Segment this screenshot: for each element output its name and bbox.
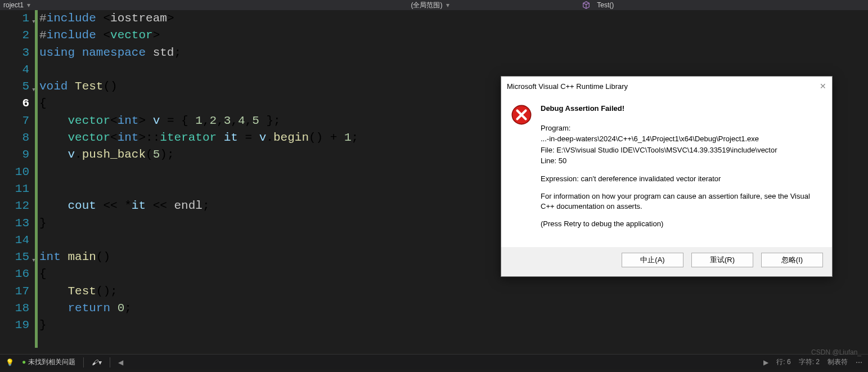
symbol-dropdown[interactable]: Test() [597,1,614,9]
line-number: 5 [0,78,29,95]
fold-icon[interactable]: ▾ [32,82,36,98]
line-number: 1 [0,10,29,27]
runtime-error-dialog: Microsoft Visual C++ Runtime Library ✕ D… [501,76,833,277]
line-number: 3 [0,44,29,61]
watermark: CSDN @Liufan_ [811,348,861,356]
more-icon[interactable]: ⋯ [856,358,862,366]
check-icon: ● [22,358,26,366]
retry-button[interactable]: 重试(R) [691,253,753,267]
cursor-line: 行: 6 [776,357,790,367]
line-number: 11 [0,181,29,198]
scope-dropdown[interactable]: (全局范围) [411,1,443,10]
line-number: 2 [0,27,29,44]
chevron-down-icon[interactable]: ▾ [27,1,30,9]
change-indicator [35,10,39,348]
line-number: 17 [0,283,29,300]
line-number: 13 [0,215,29,232]
issues-status[interactable]: 未找到相关问题 [28,358,75,366]
scroll-right-icon[interactable]: ▶ [763,358,768,366]
line-number: 18 [0,300,29,317]
line-number: 10 [0,164,29,181]
abort-button[interactable]: 中止(A) [622,253,683,267]
close-icon[interactable]: ✕ [820,82,826,91]
fold-icon[interactable]: ▾ [32,252,36,269]
fold-icon[interactable]: ▾ [32,14,36,30]
code-line[interactable]: using namespace std; [39,44,868,61]
line-number: 16 [0,266,29,283]
line-number: 14 [0,232,29,249]
indent-mode[interactable]: 制表符 [827,357,848,367]
lightbulb-icon[interactable]: 💡 [6,358,14,366]
code-line[interactable]: #include <vector> [39,27,868,44]
separator [83,357,84,367]
dialog-titlebar[interactable]: Microsoft Visual C++ Runtime Library ✕ [501,77,832,96]
line-number-gutter: 12345678910111213141516171819 [0,10,35,348]
method-icon [582,1,590,9]
status-bar: 💡 ● 未找到相关问题 🖌▾ ◀ ▶ 行: 6 字符: 2 制表符 ⋯ [0,354,868,370]
line-number: 9 [0,146,29,163]
scope-bar: roject1 ▾ (全局范围) ▾ Test() [0,0,868,10]
chevron-down-icon[interactable]: ▾ [446,1,449,9]
line-number: 4 [0,61,29,78]
line-number: 19 [0,317,29,334]
code-line[interactable]: Test(); [39,283,868,300]
line-number: 6 [0,95,29,112]
brush-icon[interactable]: 🖌▾ [92,358,102,366]
line-number: 7 [0,113,29,129]
line-number: 12 [0,198,29,214]
code-line[interactable]: #include <iostream>▾ [39,10,868,27]
cursor-col: 字符: 2 [799,357,820,367]
dialog-button-row: 中止(A) 重试(R) 忽略(I) [501,247,832,276]
project-dropdown[interactable]: roject1 [3,1,24,9]
line-number: 15 [0,249,29,266]
scroll-left-icon[interactable]: ◀ [118,358,123,366]
code-line[interactable]: return 0; [39,300,868,317]
ignore-button[interactable]: 忽略(I) [761,253,823,267]
code-line[interactable]: } [39,317,868,334]
line-number: 8 [0,129,29,146]
dialog-body-text: Debug Assertion Failed! Program: ...-in-… [541,104,823,237]
dialog-title-text: Microsoft Visual C++ Runtime Library [507,82,628,91]
separator [110,357,110,367]
error-icon [510,104,533,126]
